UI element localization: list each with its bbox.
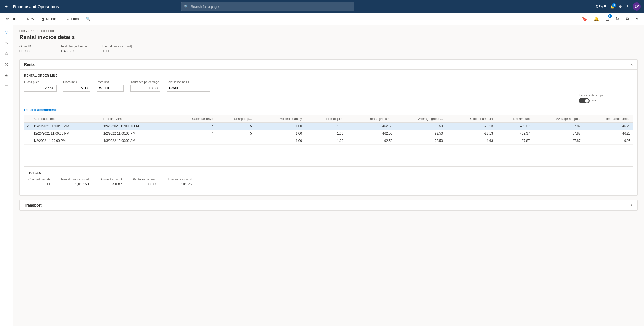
col-rental-gross-a: Rental gross a... [346, 115, 395, 123]
cell-averageGross: 92.50 [395, 123, 445, 130]
table-row[interactable]: 12/26/2021 11:00:00 PM1/2/2022 11:00:00 … [24, 130, 633, 137]
calc-basis-input[interactable] [167, 85, 210, 92]
top-nav-right: DEMF 🔔 0 ⚙ ? EV [596, 2, 641, 11]
insurance-amt-label: Insurance amount [168, 178, 192, 181]
gross-price-label: Gross price [24, 80, 57, 84]
insurance-pct-input[interactable] [130, 85, 160, 92]
open-new-icon[interactable]: ⧉ [623, 15, 631, 22]
close-icon[interactable]: ✕ [633, 15, 641, 22]
price-unit-label: Price unit [97, 80, 124, 84]
gross-price-field: Gross price [24, 80, 57, 92]
sidebar-item-list[interactable]: ≡ [2, 81, 11, 91]
col-calendar-days: Calendar days [171, 115, 215, 123]
insure-rental-stops-group: Insure rental stops Yes [24, 94, 633, 103]
rental-gross-amt-field: Rental gross amount 1,017.50 [61, 178, 89, 187]
related-amendments-link[interactable]: Related amendments [24, 108, 58, 112]
cell-endDateTime: 12/26/2021 11:00:00 PM [101, 123, 171, 130]
cell-rentalGrossA: 462.50 [346, 123, 395, 130]
cell-discountAmount: -23.13 [445, 130, 495, 137]
sidebar-item-workspaces[interactable]: ⊞ [2, 70, 11, 80]
app-title: Finance and Operations [13, 4, 59, 9]
cell-insuranceAmo: 46.25 [583, 130, 633, 137]
toolbar-divider [61, 16, 61, 22]
left-sidebar: ▽ ⌂ ☆ ⊙ ⊞ ≡ [0, 25, 13, 326]
refresh-icon[interactable]: ↻ [613, 15, 621, 22]
cell-calendarDays: 1 [171, 137, 215, 145]
insurance-pct-field: Insurance percentage [130, 80, 160, 92]
insure-rental-toggle-value: Yes [592, 99, 597, 103]
order-id-field: Order ID 003533 [19, 45, 52, 54]
summary-fields: Order ID 003533 Total charged amount 1,4… [19, 45, 638, 54]
cell-invoicedQty: 1.00 [254, 123, 304, 130]
cell-startDateTime: 1/2/2022 11:00:00 PM [31, 137, 101, 145]
grid-icon[interactable]: ⊞ [3, 2, 9, 11]
delete-button[interactable]: 🗑 Delete [38, 15, 59, 22]
sidebar-item-home[interactable]: ⌂ [2, 38, 11, 48]
bookmark-icon[interactable]: 🔖 [580, 15, 589, 22]
filter-icon[interactable]: ▽ [2, 27, 11, 37]
insure-rental-toggle-container: Yes [579, 98, 633, 103]
alert-icon[interactable]: 🔔 [591, 15, 601, 22]
calc-basis-field: Calculation basis [167, 80, 210, 92]
rental-gross-amt-value: 1,017.50 [61, 182, 89, 187]
options-button[interactable]: Options [64, 15, 82, 22]
cell-invoicedQty: 1.00 [254, 137, 304, 145]
search-input[interactable] [191, 5, 352, 9]
cell-rentalGrossA: 462.50 [346, 130, 395, 137]
cell-check [24, 130, 31, 137]
rental-gross-amt-label: Rental gross amount [61, 178, 89, 181]
new-icon: + [24, 17, 26, 21]
col-discount-amount: Discount amount [445, 115, 495, 123]
rental-section-header[interactable]: Rental ∧ [20, 60, 637, 70]
cell-netAmount: 439.37 [495, 130, 532, 137]
order-id-label: Order ID [19, 45, 52, 48]
search-bar[interactable]: 🔍 [181, 2, 354, 11]
rental-order-line-title: RENTAL ORDER LINE [24, 74, 633, 77]
col-net-amount: Net amount [495, 115, 532, 123]
price-unit-input[interactable] [97, 85, 124, 92]
settings-icon[interactable]: ⚙ [619, 5, 622, 9]
cell-averageGross: 92.50 [395, 130, 445, 137]
new-button[interactable]: + New [21, 15, 37, 22]
badge-icon[interactable]: ◻ 0 [603, 15, 611, 22]
toolbar: ✏ Edit + New 🗑 Delete Options 🔍 🔖 🔔 ◻ 0 … [0, 13, 644, 25]
cell-chargedP: 5 [215, 130, 254, 137]
col-end-datetime: End date/time [101, 115, 171, 123]
breadcrumb: 003533 : 1.0000000000 [19, 29, 638, 33]
total-charged-label: Total charged amount [61, 45, 93, 48]
insure-rental-stops-label: Insure rental stops [579, 94, 633, 97]
cell-discountAmount: -4.63 [445, 137, 495, 145]
cell-averageNetPri: 87.87 [532, 137, 583, 145]
insure-rental-toggle[interactable] [579, 98, 590, 103]
rental-net-amt-value: 966.62 [133, 182, 157, 187]
sidebar-item-favorites[interactable]: ☆ [2, 49, 11, 58]
top-navigation: ⊞ Finance and Operations 🔍 DEMF 🔔 0 ⚙ ? … [0, 0, 644, 13]
cell-averageNetPri: 87.87 [532, 123, 583, 130]
gross-price-input[interactable] [24, 85, 57, 92]
charged-periods-field: Charged periods 11 [28, 178, 50, 187]
internal-postings-field: Internal postings (cost) 0.00 [102, 45, 134, 54]
discount-amt-value: -50.87 [100, 182, 122, 187]
help-icon[interactable]: ? [626, 5, 628, 9]
cell-rentalGrossA: 92.50 [346, 137, 395, 145]
notifications-icon[interactable]: 🔔 0 [610, 5, 614, 9]
insurance-amt-value: 101.75 [168, 182, 192, 187]
transport-section-header[interactable]: Transport ∧ [20, 200, 637, 210]
sidebar-item-recent[interactable]: ⊙ [2, 60, 11, 69]
user-avatar[interactable]: EV [633, 2, 641, 11]
discount-pct-input[interactable] [63, 85, 90, 92]
edit-button[interactable]: ✏ Edit [3, 15, 19, 22]
table-row[interactable]: ✓12/20/2021 08:00:00 AM12/26/2021 11:00:… [24, 123, 633, 130]
cell-tierMultiplier: 1.00 [304, 130, 346, 137]
cell-check: ✓ [24, 123, 31, 130]
toolbar-right: 🔖 🔔 ◻ 0 ↻ ⧉ ✕ [580, 15, 641, 22]
col-insurance-amo: Insurance amo... [583, 115, 633, 123]
table-empty-space [24, 145, 633, 166]
table-row[interactable]: 1/2/2022 11:00:00 PM1/3/2022 12:00:00 AM… [24, 137, 633, 145]
internal-postings-value: 0.00 [102, 49, 134, 54]
cell-tierMultiplier: 1.00 [304, 123, 346, 130]
search-toolbar-button[interactable]: 🔍 [83, 15, 93, 22]
cell-netAmount: 87.87 [495, 137, 532, 145]
user-company: DEMF [596, 5, 606, 9]
totals-section: TOTALS Charged periods 11 Rental gross a… [24, 167, 633, 191]
